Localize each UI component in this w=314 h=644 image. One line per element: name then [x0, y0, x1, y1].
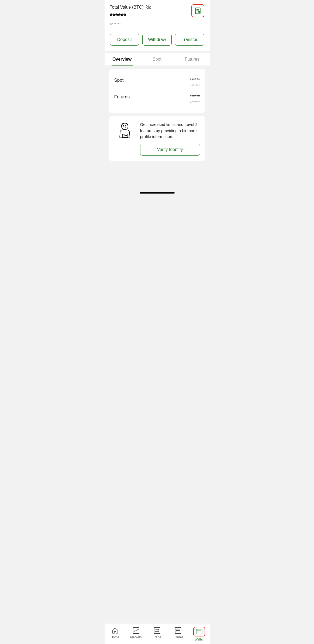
- svg-rect-24: [196, 629, 202, 634]
- total-value-label: Total Value (BTC): [110, 4, 191, 10]
- futures-row[interactable]: Futures ****** ≈******: [114, 91, 200, 108]
- deposit-button[interactable]: Deposit: [110, 34, 139, 46]
- trade-icon: [153, 627, 161, 634]
- spot-label: Spot: [114, 78, 124, 83]
- svg-point-9: [122, 123, 128, 130]
- report-icon-button[interactable]: [191, 4, 204, 17]
- total-value-text: Total Value (BTC): [110, 5, 144, 10]
- svg-point-14: [125, 135, 126, 136]
- transfer-button[interactable]: Transfer: [175, 34, 204, 46]
- wallet-label: Wallet: [195, 638, 203, 641]
- total-value-amount: ******: [110, 12, 191, 20]
- futures-icon: [174, 627, 182, 634]
- header: Total Value (BTC) ****** ≈******: [105, 0, 210, 29]
- wallet-active-box: [193, 627, 205, 636]
- tab-spot[interactable]: Spot: [140, 53, 175, 66]
- header-left: Total Value (BTC) ****** ≈******: [110, 4, 191, 26]
- action-buttons: Deposit Withdraw Transfer: [105, 29, 210, 51]
- verify-illustration: [114, 122, 136, 143]
- svg-point-7: [198, 11, 200, 13]
- tab-futures[interactable]: Futures: [175, 53, 210, 66]
- svg-point-11: [126, 126, 126, 126]
- total-value-approx: ≈******: [110, 22, 191, 26]
- tabs-container: Overview Spot Futures: [105, 53, 210, 66]
- svg-point-10: [123, 126, 124, 126]
- home-indicator: [140, 192, 175, 194]
- futures-nav-label: Futures: [172, 635, 184, 639]
- spot-row[interactable]: Spot ****** ≈******: [114, 74, 200, 91]
- futures-approx-value: ≈******: [190, 100, 200, 104]
- trade-label: Trade: [153, 635, 161, 639]
- futures-label: Futures: [114, 94, 130, 100]
- home-icon: [111, 627, 119, 634]
- spot-main-value: ******: [190, 78, 200, 82]
- futures-values: ****** ≈******: [190, 94, 200, 104]
- nav-item-markets[interactable]: Markets: [126, 626, 147, 643]
- verify-text: Get increased limits and Level 2 feature…: [140, 122, 200, 140]
- home-label: Home: [111, 635, 119, 639]
- wallet-icon: [195, 628, 203, 635]
- svg-rect-13: [123, 135, 125, 136]
- markets-icon: [132, 627, 140, 634]
- nav-item-wallet[interactable]: Wallet: [189, 626, 210, 643]
- markets-label: Markets: [130, 635, 142, 639]
- verify-identity-button[interactable]: Verify Identity: [140, 144, 200, 156]
- futures-main-value: ******: [190, 94, 200, 99]
- tab-overview[interactable]: Overview: [105, 53, 140, 66]
- spot-approx-value: ≈******: [190, 84, 200, 88]
- spot-values: ****** ≈******: [190, 78, 200, 88]
- verify-content: Get increased limits and Level 2 feature…: [140, 122, 200, 156]
- svg-rect-17: [154, 628, 160, 633]
- content-area: Spot ****** ≈****** Futures ****** ≈****…: [105, 66, 210, 164]
- nav-item-futures[interactable]: Futures: [168, 626, 189, 643]
- withdraw-button[interactable]: Withdraw: [142, 34, 172, 46]
- bottom-nav: Home Markets Trade: [105, 623, 210, 644]
- overview-card: Spot ****** ≈****** Futures ****** ≈****…: [109, 69, 205, 113]
- verify-card: Get increased limits and Level 2 feature…: [109, 116, 205, 161]
- nav-item-trade[interactable]: Trade: [147, 626, 168, 643]
- nav-item-home[interactable]: Home: [105, 626, 126, 643]
- eye-slash-icon[interactable]: [146, 4, 152, 10]
